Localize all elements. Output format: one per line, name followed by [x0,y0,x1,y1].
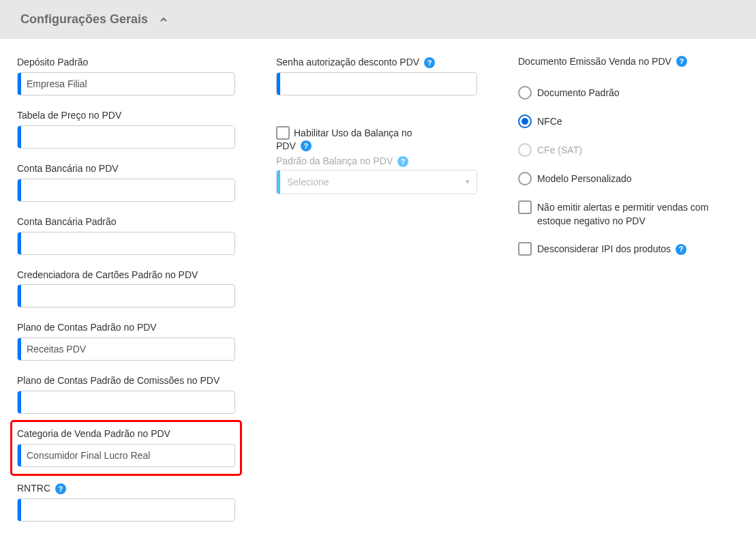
balanca-padrao-label: Padrão da Balança no PDV [276,155,393,166]
help-icon[interactable]: ? [55,483,66,494]
conta-pdv-input[interactable] [21,179,235,201]
field-rntrc: RNTRC ? [17,482,235,522]
radio-label: CFe (SAT) [537,145,582,155]
radio-button[interactable] [518,115,532,128]
balanca-checkbox[interactable] [276,126,290,140]
conta-pdv-label: Conta Bancária no PDV [17,162,235,175]
field-tabela: Tabela de Preço no PDV [17,109,235,149]
conta-padrao-input-wrap [17,232,235,255]
senha-input-wrap [276,72,477,95]
categoria-input[interactable] [21,445,235,466]
field-plano-pdv: Plano de Contas Padrão no PDV [17,321,235,361]
senha-label: Senha autorização desconto PDV ? [276,56,477,69]
senha-input[interactable] [280,73,477,95]
plano-pdv-input[interactable] [21,338,235,360]
column-2: Senha autorização desconto PDV ? Habilit… [276,56,477,535]
check-ipi: Desconsiderar IPI dos produtos ? [518,242,736,256]
doc-emissao-label: Documento Emissão Venda no PDV ? [518,56,736,67]
plano-comissoes-label: Plano de Contas Padrão de Comissões no P… [17,374,235,387]
conta-padrao-input[interactable] [21,232,235,254]
credenciadora-label: Credenciadora de Cartões Padrão no PDV [17,269,235,282]
help-icon[interactable]: ? [397,156,408,167]
categoria-label: Categoria de Venda Padrão no PDV [17,427,235,440]
rntrc-input-wrap [17,498,235,522]
balanca-checkbox-row: Habilitar Uso da Balança no [276,126,477,140]
radio-cfe: CFe (SAT) [518,143,736,157]
help-icon[interactable]: ? [301,140,312,151]
help-icon[interactable]: ? [676,244,686,255]
column-3: Documento Emissão Venda no PDV ? Documen… [518,56,736,535]
deposito-input[interactable] [21,73,235,95]
balanca-checkbox-line2: PDV ? [276,140,477,153]
estoque-checkbox[interactable] [518,200,532,214]
balanca-padrao-select[interactable]: Selecione ▾ [276,170,477,194]
plano-comissoes-input[interactable] [21,391,235,413]
chevron-up-icon [158,14,169,25]
plano-comissoes-input-wrap [17,391,235,414]
help-icon[interactable]: ? [676,56,687,67]
plano-pdv-label: Plano de Contas Padrão no PDV [17,321,235,334]
radio-nfce[interactable]: NFCe [518,115,736,128]
radio-label: NFCe [537,116,562,127]
conta-padrao-label: Conta Bancária Padrão [17,215,235,228]
ipi-label: Desconsiderar IPI dos produtos ? [537,242,686,256]
check-estoque-negativo: Não emitir alertas e permitir vendas com… [518,200,736,228]
senha-label-text: Senha autorização desconto PDV [276,57,419,67]
highlighted-field: Categoria de Venda Padrão no PDV [10,420,242,476]
credenciadora-input-wrap [17,284,235,307]
balanca-checkbox-block: Habilitar Uso da Balança no PDV ? [276,126,477,153]
field-deposito: Depósito Padrão [17,56,235,95]
content-area: Depósito Padrão Tabela de Preço no PDV C… [0,39,756,542]
section-title: Configurações Gerais [20,12,148,27]
tabela-input[interactable] [21,126,235,148]
tabela-label: Tabela de Preço no PDV [17,109,235,122]
radio-button[interactable] [518,86,532,100]
radio-button [518,143,532,157]
radio-button[interactable] [518,172,532,185]
field-conta-pdv: Conta Bancária no PDV [17,162,235,202]
section-header[interactable]: Configurações Gerais [0,0,756,39]
categoria-input-wrap [17,444,235,467]
balanca-padrao-label-row: Padrão da Balança no PDV ? [276,155,477,168]
balanca-group: Habilitar Uso da Balança no PDV ? Padrão… [276,126,477,194]
estoque-label: Não emitir alertas e permitir vendas com… [537,200,736,228]
field-senha: Senha autorização desconto PDV ? [276,56,477,95]
radio-modelo[interactable]: Modelo Personalizado [518,172,736,185]
balanca-checkbox-label-part2: PDV [276,140,296,153]
chevron-down-icon: ▾ [459,177,477,186]
field-categoria: Categoria de Venda Padrão no PDV [17,427,235,467]
deposito-input-wrap [17,72,235,95]
radio-label: Documento Padrão [537,87,620,98]
rntrc-label: RNTRC ? [17,482,235,495]
rntrc-label-text: RNTRC [17,483,50,494]
credenciadora-input[interactable] [21,285,235,307]
conta-pdv-input-wrap [17,179,235,202]
tabela-input-wrap [17,125,235,149]
radio-doc-padrao[interactable]: Documento Padrão [518,86,736,100]
balanca-checkbox-label-part1: Habilitar Uso da Balança no [294,126,412,140]
deposito-label: Depósito Padrão [17,56,235,69]
help-icon[interactable]: ? [424,57,435,68]
ipi-label-text: Desconsiderar IPI dos produtos [537,243,671,254]
field-credenciadora: Credenciadora de Cartões Padrão no PDV [17,269,235,308]
plano-pdv-input-wrap [17,337,235,361]
field-plano-comissoes: Plano de Contas Padrão de Comissões no P… [17,374,235,414]
ipi-checkbox[interactable] [518,242,532,256]
doc-emissao-text: Documento Emissão Venda no PDV [518,56,671,67]
rntrc-input[interactable] [21,499,235,521]
field-conta-padrao: Conta Bancária Padrão [17,215,235,255]
balanca-select-placeholder: Selecione [280,172,459,192]
radio-label: Modelo Personalizado [537,173,632,184]
column-1: Depósito Padrão Tabela de Preço no PDV C… [17,56,235,535]
